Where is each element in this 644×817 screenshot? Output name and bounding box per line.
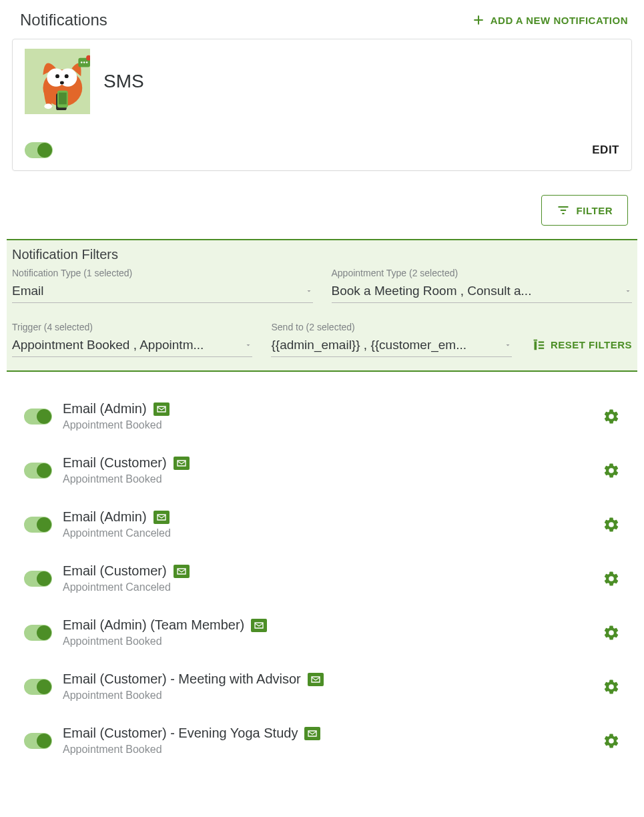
gear-icon bbox=[603, 570, 620, 587]
svg-point-16 bbox=[83, 61, 85, 63]
gear-icon bbox=[603, 516, 620, 533]
edit-button[interactable]: EDIT bbox=[592, 144, 619, 157]
reset-filters-button[interactable]: RESET FILTERS bbox=[531, 337, 632, 357]
settings-button[interactable] bbox=[603, 732, 620, 750]
notification-subtitle: Appointment Booked bbox=[63, 690, 592, 702]
notification-title: Email (Customer) bbox=[63, 563, 167, 579]
list-item: Email (Customer) - Meeting with AdvisorA… bbox=[15, 659, 629, 714]
settings-button[interactable] bbox=[603, 570, 620, 587]
chevron-down-icon bbox=[504, 341, 512, 349]
notification-subtitle: Appointment Canceled bbox=[63, 527, 592, 539]
notification-subtitle: Appointment Booked bbox=[63, 744, 592, 756]
notification-subtitle: Appointment Booked bbox=[63, 419, 592, 431]
notification-toggle[interactable] bbox=[24, 733, 52, 749]
mail-icon bbox=[153, 402, 170, 416]
svg-rect-22 bbox=[539, 344, 544, 346]
svg-point-15 bbox=[81, 61, 83, 63]
chevron-down-icon bbox=[305, 287, 313, 295]
list-item: Email (Customer)Appointment Booked bbox=[15, 443, 629, 497]
list-item: Email (Customer)Appointment Canceled bbox=[15, 551, 629, 605]
reset-filters-label: RESET FILTERS bbox=[551, 339, 632, 350]
gear-icon bbox=[603, 624, 620, 641]
svg-point-7 bbox=[65, 74, 69, 78]
notification-toggle[interactable] bbox=[24, 463, 52, 479]
list-item: Email (Customer) - Evening Yoga StudyApp… bbox=[15, 714, 629, 768]
notification-type-label: Notification Type (1 selected) bbox=[12, 268, 313, 278]
chevron-down-icon bbox=[244, 341, 252, 349]
trigger-label: Trigger (4 selected) bbox=[12, 322, 252, 332]
notification-title: Email (Customer) bbox=[63, 455, 167, 471]
notification-type-select[interactable]: Email bbox=[12, 282, 313, 303]
notification-title: Email (Admin) bbox=[63, 509, 147, 525]
send-to-label: Send to (2 selected) bbox=[271, 322, 511, 332]
mail-icon bbox=[251, 619, 267, 632]
reset-icon bbox=[531, 337, 545, 352]
sms-card: SMS EDIT bbox=[12, 39, 632, 171]
svg-rect-12 bbox=[59, 93, 67, 105]
notification-subtitle: Appointment Canceled bbox=[63, 581, 592, 593]
mail-icon bbox=[174, 565, 190, 578]
mail-icon bbox=[308, 673, 324, 686]
svg-point-6 bbox=[55, 74, 59, 78]
gear-icon bbox=[603, 678, 620, 696]
filter-icon bbox=[557, 204, 570, 217]
gear-icon bbox=[603, 462, 620, 479]
list-item: Email (Admin)Appointment Canceled bbox=[15, 497, 629, 551]
mail-icon bbox=[153, 511, 170, 524]
notification-title: Email (Customer) - Meeting with Advisor bbox=[63, 671, 301, 687]
filter-button[interactable]: FILTER bbox=[541, 195, 628, 226]
sms-toggle[interactable] bbox=[25, 142, 53, 158]
notification-subtitle: Appointment Booked bbox=[63, 635, 592, 647]
notification-title: Email (Admin) (Team Member) bbox=[63, 617, 244, 633]
filter-button-label: FILTER bbox=[577, 205, 613, 216]
svg-point-9 bbox=[44, 103, 52, 109]
list-item: Email (Admin)Appointment Booked bbox=[15, 389, 629, 443]
filters-panel-title: Notification Filters bbox=[8, 247, 636, 268]
notification-toggle[interactable] bbox=[24, 517, 52, 533]
settings-button[interactable] bbox=[603, 678, 620, 696]
settings-button[interactable] bbox=[603, 408, 620, 425]
plus-icon bbox=[472, 13, 485, 27]
list-item: Email (Admin) (Team Member)Appointment B… bbox=[15, 605, 629, 659]
svg-rect-21 bbox=[539, 341, 544, 342]
mail-icon bbox=[174, 457, 190, 470]
settings-button[interactable] bbox=[603, 462, 620, 479]
svg-point-8 bbox=[60, 81, 64, 85]
svg-point-17 bbox=[86, 61, 88, 63]
notification-toggle[interactable] bbox=[24, 625, 52, 641]
settings-button[interactable] bbox=[603, 516, 620, 533]
notification-list: Email (Admin)Appointment BookedEmail (Cu… bbox=[7, 389, 637, 768]
mail-icon bbox=[304, 727, 320, 740]
svg-rect-23 bbox=[539, 348, 544, 349]
gear-icon bbox=[603, 732, 620, 750]
notification-toggle[interactable] bbox=[24, 679, 52, 695]
send-to-select[interactable]: {{admin_email}} , {{customer_em... bbox=[271, 336, 511, 357]
settings-button[interactable] bbox=[603, 624, 620, 641]
notification-toggle[interactable] bbox=[24, 571, 52, 587]
page-title: Notifications bbox=[20, 11, 107, 29]
chevron-down-icon bbox=[624, 287, 632, 295]
notification-title: Email (Admin) bbox=[63, 401, 147, 417]
add-notification-label: ADD A NEW NOTIFICATION bbox=[491, 15, 628, 26]
fox-image bbox=[25, 49, 90, 114]
filters-panel: Notification Filters Notification Type (… bbox=[7, 239, 637, 372]
header: Notifications ADD A NEW NOTIFICATION bbox=[7, 5, 637, 39]
add-notification-button[interactable]: ADD A NEW NOTIFICATION bbox=[472, 13, 628, 27]
notification-subtitle: Appointment Booked bbox=[63, 473, 592, 485]
notification-toggle[interactable] bbox=[24, 408, 52, 425]
sms-card-title: SMS bbox=[103, 71, 144, 92]
trigger-select[interactable]: Appointment Booked , Appointm... bbox=[12, 336, 252, 357]
appointment-type-label: Appointment Type (2 selected) bbox=[332, 268, 633, 278]
appointment-type-select[interactable]: Book a Meeting Room , Consult a... bbox=[332, 282, 633, 303]
notification-title: Email (Customer) - Evening Yoga Study bbox=[63, 726, 298, 741]
gear-icon bbox=[603, 408, 620, 425]
